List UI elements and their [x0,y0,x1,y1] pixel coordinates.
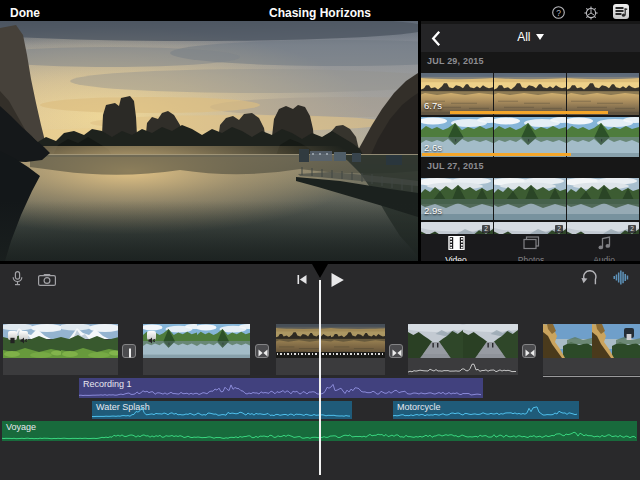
svg-text:?: ? [556,8,561,18]
